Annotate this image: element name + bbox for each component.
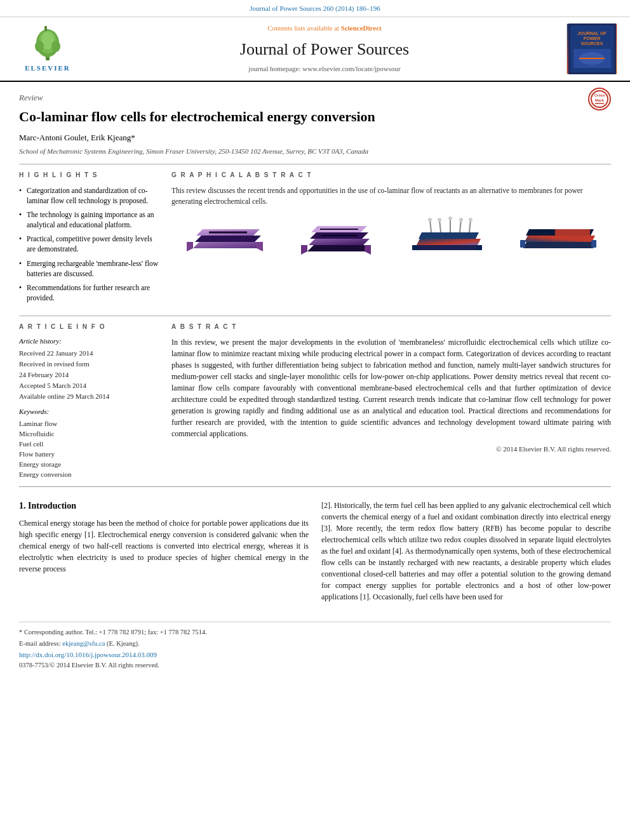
device-images [171,211,611,259]
highlight-item-5: Recommendations for further research are… [19,283,159,303]
highlight-item-1: Categorization and standardization of co… [19,185,159,206]
intro-right-text: [2]. Historically, the term fuel cell ha… [321,500,611,603]
article-type-label: Review [19,92,611,104]
corresponding-author-note: * Corresponding author. Tel.: +1 778 782… [19,627,611,637]
device-svg-1 [184,213,266,258]
intro-number: 1. [19,501,26,510]
page-container: Journal of Power Sources 260 (2014) 186–… [0,0,630,683]
abstract-text: In this review, we present the major dev… [171,337,611,439]
crossmark-svg: Cross Mark [590,90,609,109]
svg-marker-26 [309,239,370,245]
email-note: E-mail address: ekjeang@sfu.ca (E. Kjean… [19,639,611,648]
main-content: Review Co-laminar flow cells for electro… [0,82,630,683]
svg-rect-51 [555,229,590,236]
svg-marker-24 [257,242,263,251]
journal-homepage: journal homepage: www.elsevier.com/locat… [89,64,560,74]
issn-text: 0378-7753/© 2014 Elsevier B.V. All right… [19,660,611,670]
revised-label: Received in revised form [19,359,159,370]
elsevier-text: ELSEVIER [25,63,70,74]
svg-marker-19 [193,242,263,248]
keyword-2: Microfluidic [19,429,159,439]
email-link[interactable]: ekjeang@sfu.ca [62,640,105,647]
elsevier-logo: ELSEVIER [13,24,83,74]
svg-rect-6 [44,26,47,31]
received-date: Received 22 January 2014 [19,349,159,359]
intro-title-text: Introduction [28,501,76,510]
graphical-abstract-heading: G R A P H I C A L A B S T R A C T [171,171,611,180]
device-svg-2 [295,213,377,258]
intro-left-text: Chemical energy storage has been the met… [19,517,309,575]
citation-text: Journal of Power Sources 260 (2014) 186–… [250,4,380,12]
elsevier-tree-icon [25,24,70,62]
svg-text:SOURCES: SOURCES [580,41,603,46]
abstract-heading: A B S T R A C T [171,323,611,332]
article-history-label: Article history: [19,337,159,347]
svg-marker-48 [523,242,596,248]
cover-svg: JOURNAL OF POWER SOURCES [568,23,616,74]
corresponding-author-text: * Corresponding author. Tel.: +1 778 782… [19,629,207,636]
introduction-section: 1. Introduction Chemical energy storage … [19,493,611,609]
device-image-1 [171,211,278,259]
keywords-label: Keywords: [19,407,159,417]
device-image-3 [394,211,500,259]
article-info-column: A R T I C L E I N F O Article history: R… [19,323,159,480]
svg-marker-25 [307,245,371,251]
journal-cover-image: JOURNAL OF POWER SOURCES [566,23,617,74]
graphical-abstract-text: This review discusses the recent trends … [171,185,611,206]
crossmark-icon: Cross Mark [588,88,611,110]
svg-point-44 [459,218,463,222]
footer-area: * Corresponding author. Tel.: +1 778 782… [19,622,611,670]
highlights-list: Categorization and standardization of co… [19,185,159,303]
keyword-5: Energy storage [19,460,159,470]
highlights-column: H I G H L I G H T S Categorization and s… [19,171,159,306]
svg-line-40 [469,220,471,232]
sciencedirect-link-text[interactable]: ScienceDirect [341,24,382,32]
svg-marker-23 [187,242,193,251]
authors-text: Marc-Antoni Goulet, Erik Kjeang* [19,133,135,142]
info-abstract-section: A R T I C L E I N F O Article history: R… [19,316,611,480]
svg-rect-47 [476,245,482,250]
graphical-abstract-column: G R A P H I C A L A B S T R A C T This r… [171,171,611,306]
article-type-section: Review Co-laminar flow cells for electro… [19,92,611,157]
journal-title-center: Contents lists available at ScienceDirec… [89,23,560,74]
crossmark-badge: Cross Mark [588,88,611,110]
email-name: (E. Kjeang). [107,640,140,647]
journal-name: Journal of Power Sources [89,37,560,62]
contents-text: Contents lists available at [267,24,340,32]
svg-point-42 [438,218,441,222]
device-svg-4 [517,213,600,258]
article-info-heading: A R T I C L E I N F O [19,323,159,332]
svg-line-39 [460,220,461,232]
doi-link[interactable]: http://dx.doi.org/10.1016/j.jpowsour.201… [19,650,611,660]
svg-text:Cross: Cross [594,93,605,97]
section-divider [19,486,611,487]
svg-line-37 [439,220,441,232]
copyright-text: © 2014 Elsevier B.V. All rights reserved… [171,444,611,455]
top-citation-bar: Journal of Power Sources 260 (2014) 186–… [0,0,630,17]
svg-rect-46 [412,245,419,250]
svg-text:JOURNAL OF: JOURNAL OF [577,31,607,36]
keyword-1: Laminar flow [19,419,159,429]
svg-line-36 [430,220,431,232]
svg-marker-31 [301,245,307,255]
svg-marker-32 [365,245,371,255]
authors-line: Marc-Antoni Goulet, Erik Kjeang* [19,132,611,144]
svg-point-5 [51,41,60,52]
intro-section-title: 1. Introduction [19,500,309,512]
svg-point-41 [428,218,432,222]
keyword-4: Flow battery [19,450,159,460]
svg-point-45 [469,218,473,222]
affiliation-text: School of Mechatronic Systems Engineerin… [19,147,611,157]
highlights-graphical-section: H I G H L I G H T S Categorization and s… [19,164,611,306]
journal-header: ELSEVIER Contents lists available at Sci… [0,17,630,82]
keyword-3: Fuel cell [19,439,159,450]
highlights-heading: H I G H L I G H T S [19,171,159,180]
svg-marker-20 [195,236,261,242]
svg-text:POWER: POWER [583,36,600,41]
svg-marker-49 [525,236,595,242]
abstract-column: A B S T R A C T In this review, we prese… [171,323,611,480]
svg-rect-52 [520,240,525,248]
svg-rect-53 [591,240,596,248]
available-date: Available online 29 March 2014 [19,392,159,402]
svg-point-43 [448,217,452,220]
